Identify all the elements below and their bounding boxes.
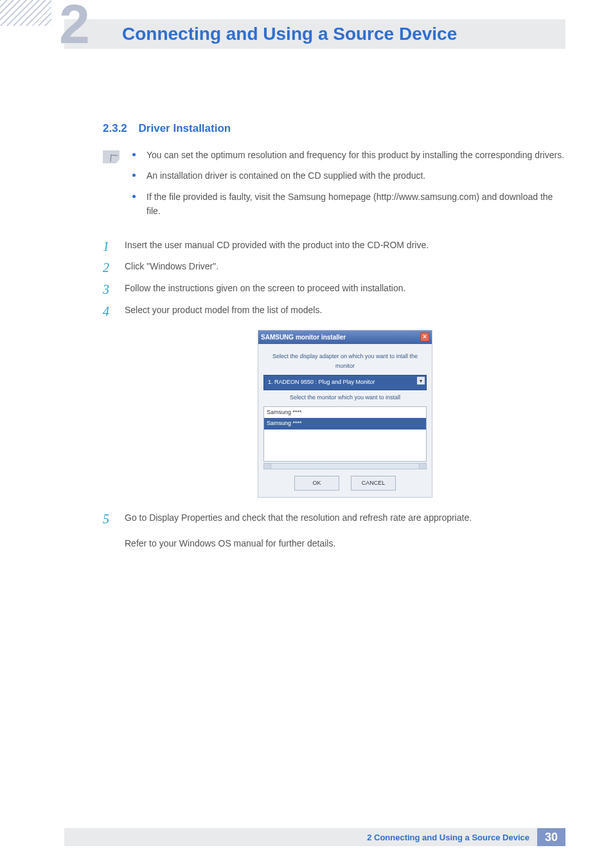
note-list: You can set the optimum resolution and f… (129, 148, 565, 225)
monitor-listbox[interactable]: Samsung **** Samsung **** (263, 406, 427, 462)
step-number: 4 (103, 300, 109, 322)
chapter-number: 2 (59, 0, 90, 51)
list-item[interactable]: Samsung **** (264, 407, 426, 418)
content-area: 2.3.2 Driver Installation You can set th… (103, 122, 565, 558)
step-text: Go to Display Properties and check that … (125, 512, 472, 523)
note-item: An installation driver is contained on t… (129, 168, 565, 183)
installer-dialog-figure: SAMSUNG monitor installer × Select the d… (258, 330, 432, 498)
chevron-down-icon[interactable]: ▾ (417, 377, 425, 384)
installer-titlebar: SAMSUNG monitor installer × (258, 330, 432, 344)
steps-list: 1 Insert the user manual CD provided wit… (103, 238, 565, 552)
note-item: If the file provided is faulty, visit th… (129, 190, 565, 219)
step-after-text: Refer to your Windows OS manual for furt… (125, 536, 565, 552)
installer-label-monitor: Select the monitor which you want to ins… (263, 393, 427, 402)
close-icon[interactable]: × (420, 332, 429, 341)
note-icon (103, 150, 120, 163)
installer-label-adapter: Select the display adapter on which you … (263, 352, 427, 372)
section-title: Driver Installation (139, 122, 231, 134)
step-text: Click "Windows Driver". (125, 261, 218, 271)
step-number: 5 (103, 508, 109, 530)
horizontal-scrollbar[interactable] (263, 463, 427, 469)
note-item: You can set the optimum resolution and f… (129, 148, 565, 162)
section-heading: 2.3.2 Driver Installation (103, 122, 565, 135)
installer-title: SAMSUNG monitor installer (261, 332, 346, 343)
page-number: 30 (537, 828, 565, 846)
footer-chapter-text: 2 Connecting and Using a Source Device (367, 833, 529, 842)
step-item: 4 Select your product model from the lis… (103, 303, 565, 498)
step-number: 2 (103, 257, 109, 278)
cancel-button[interactable]: CANCEL (351, 476, 396, 491)
step-item: 2 Click "Windows Driver". (103, 259, 565, 275)
ok-button[interactable]: OK (294, 476, 339, 491)
note-block: You can set the optimum resolution and f… (103, 148, 565, 225)
list-item[interactable]: Samsung **** (264, 418, 426, 429)
step-item: 5 Go to Display Properties and check tha… (103, 511, 565, 552)
step-item: 1 Insert the user manual CD provided wit… (103, 238, 565, 253)
section-number: 2.3.2 (103, 122, 127, 134)
adapter-combo[interactable]: 1. RADEON 9550 : Plug and Play Monitor ▾ (263, 375, 427, 390)
header-hatch-decoration (0, 0, 51, 26)
adapter-combo-value: 1. RADEON 9550 : Plug and Play Monitor (268, 379, 375, 385)
chapter-header-bar: Connecting and Using a Source Device (64, 19, 565, 49)
step-text: Insert the user manual CD provided with … (125, 240, 429, 250)
step-number: 3 (103, 278, 109, 300)
chapter-title: Connecting and Using a Source Device (122, 24, 457, 44)
step-item: 3 Follow the instructions given on the s… (103, 281, 565, 296)
step-number: 1 (103, 235, 109, 257)
step-text: Select your product model from the list … (125, 305, 322, 315)
step-text: Follow the instructions given on the scr… (125, 283, 405, 293)
page-footer: 2 Connecting and Using a Source Device 3… (64, 828, 565, 846)
